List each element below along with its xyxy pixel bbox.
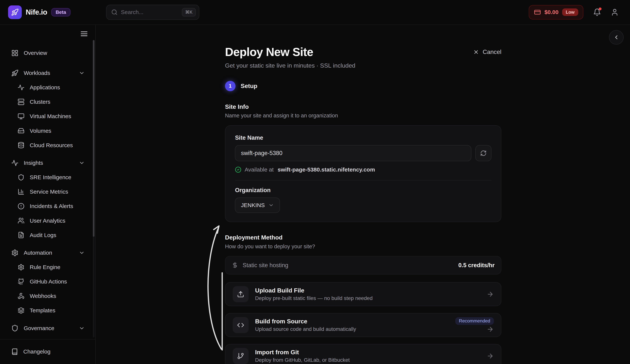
credits-amount: $0.00	[544, 9, 558, 15]
sidebar-item-templates[interactable]: Templates	[0, 303, 95, 318]
sidebar-item-user-analytics[interactable]: User Analytics	[0, 213, 95, 228]
code-icon-tile	[233, 317, 249, 333]
global-search: ⌘K	[106, 5, 199, 20]
sidebar-item-label: SRE Intelligence	[30, 174, 72, 181]
page-title: Deploy New Site	[225, 45, 313, 59]
check-circle-icon	[235, 167, 241, 173]
sidebar-item-label: User Analytics	[30, 218, 66, 224]
topbar: Nife.io Beta ⌘K $0.00 Low	[0, 0, 630, 25]
sidebar-item-volumes[interactable]: Volumes	[0, 124, 95, 138]
app-root: Nife.io Beta ⌘K $0.00 Low	[0, 0, 630, 364]
search-shortcut-kbd: ⌘K	[182, 8, 196, 16]
availability-status: Available at swift-page-5380.static.nife…	[235, 167, 491, 173]
site-name-input[interactable]	[235, 145, 471, 161]
option-card-build-from-source[interactable]: Build from Source Upload source code and…	[225, 313, 502, 337]
server-icon	[18, 98, 24, 105]
sidebar-item-incidents-alerts[interactable]: Incidents & Alerts	[0, 199, 95, 213]
sidebar-group-governance[interactable]: Governance	[0, 321, 95, 335]
organization-selected-value: JENKINS	[241, 202, 265, 208]
credits-status-badge: Low	[562, 8, 578, 16]
option-title: Build from Source	[255, 318, 356, 325]
sidebar-group-insights[interactable]: Insights	[0, 156, 95, 170]
sidebar-item-cloud-resources[interactable]: Cloud Resources	[0, 138, 95, 152]
gear-icon	[11, 249, 18, 257]
availability-prefix: Available at	[245, 167, 274, 173]
option-description: Deploy pre-built static files — no build…	[255, 295, 373, 301]
site-info-card: Site Name Available at swift-	[225, 125, 502, 222]
regenerate-name-button[interactable]	[475, 145, 492, 161]
sidebar-item-overview[interactable]: Overview	[0, 46, 95, 60]
sidebar-group-automation[interactable]: Automation	[0, 245, 95, 260]
sidebar-item-applications[interactable]: Applications	[0, 80, 95, 95]
sidebar-item-label: Clusters	[30, 99, 50, 105]
sidebar-scrollbar-thumb[interactable]	[93, 40, 94, 237]
sidebar-item-virtual-machines[interactable]: Virtual Machines	[0, 109, 95, 124]
pulse-icon	[11, 159, 18, 167]
arrow-right-icon	[486, 291, 494, 298]
search-icon	[111, 9, 118, 15]
sidebar-scrollbar-track	[93, 40, 94, 338]
deploy-new-site-content: Deploy New Site Cancel Get your static s…	[225, 25, 502, 364]
option-title: Upload Build File	[255, 287, 373, 294]
step-number-badge: 1	[225, 81, 236, 91]
sidebar-item-changelog[interactable]: Changelog	[0, 339, 95, 364]
arrow-right-icon	[486, 326, 494, 333]
chevron-down-icon	[79, 70, 85, 76]
github-icon	[18, 278, 24, 285]
card-divider	[235, 180, 491, 181]
refresh-icon	[480, 150, 486, 156]
upload-icon	[237, 291, 244, 298]
sidebar-item-label: Overview	[24, 50, 47, 56]
brand-home-link[interactable]: Nife.io Beta	[0, 5, 96, 19]
sidebar-item-github-actions[interactable]: GitHub Actions	[0, 275, 95, 289]
activity-icon	[18, 84, 24, 91]
option-title: Import from Git	[255, 349, 350, 356]
sidebar-toggle-button[interactable]	[80, 30, 88, 38]
sidebar-item-label: Applications	[30, 84, 60, 91]
sidebar-item-audit-logs[interactable]: Audit Logs	[0, 228, 95, 242]
option-description: Upload source code and build automatical…	[255, 326, 356, 332]
collapse-panel-button[interactable]	[609, 30, 624, 44]
chevron-down-icon	[79, 325, 85, 331]
notifications-button[interactable]	[593, 8, 601, 16]
search-input[interactable]	[121, 9, 179, 15]
option-card-upload-build-file[interactable]: Upload Build File Deploy pre-built stati…	[225, 282, 502, 306]
sidebar-item-service-metrics[interactable]: Service Metrics	[0, 185, 95, 199]
rocket-logo-icon	[8, 5, 22, 19]
sidebar: Overview Workloads Applications	[0, 25, 96, 364]
gear-icon	[18, 264, 24, 271]
site-name-label: Site Name	[235, 134, 491, 141]
sidebar-item-organizations[interactable]: Organizations	[0, 335, 95, 339]
option-card-import-from-git[interactable]: Import from Git Deploy from GitHub, GitL…	[225, 344, 502, 364]
sidebar-group-workloads[interactable]: Workloads	[0, 66, 95, 80]
chevron-down-icon	[79, 160, 85, 166]
rocket-icon	[11, 69, 18, 77]
sidebar-item-rule-engine[interactable]: Rule Engine	[0, 260, 95, 275]
deployment-method-heading: Deployment Method	[225, 234, 502, 241]
git-branch-icon-tile	[233, 348, 249, 364]
menu-icon	[80, 30, 88, 38]
book-icon	[11, 348, 18, 355]
users-icon	[18, 217, 24, 224]
sidebar-item-label: Incidents & Alerts	[30, 203, 73, 209]
chevron-down-icon	[79, 250, 85, 256]
shield-icon	[18, 174, 24, 181]
site-info-description: Name your site and assign it to an organ…	[225, 113, 502, 119]
cancel-button[interactable]: Cancel	[473, 48, 502, 55]
sidebar-item-label: Cloud Resources	[30, 142, 73, 149]
sidebar-item-clusters[interactable]: Clusters	[0, 95, 95, 109]
sidebar-group-label: Governance	[24, 325, 54, 332]
organization-select[interactable]: JENKINS	[235, 197, 280, 213]
deployment-method-description: How do you want to deploy your site?	[225, 243, 502, 250]
deployment-options: Upload Build File Deploy pre-built stati…	[225, 282, 502, 364]
webhook-icon	[18, 293, 24, 299]
sidebar-item-sre-intelligence[interactable]: SRE Intelligence	[0, 170, 95, 185]
step-indicator: 1 Setup	[225, 81, 502, 91]
user-icon	[611, 8, 619, 16]
account-menu-button[interactable]	[611, 8, 619, 16]
pricing-label: Static site hosting	[242, 262, 288, 269]
sidebar-item-webhooks[interactable]: Webhooks	[0, 289, 95, 303]
credits-balance-button[interactable]: $0.00 Low	[529, 5, 583, 19]
monitor-icon	[18, 113, 24, 120]
organization-label: Organization	[235, 187, 491, 194]
